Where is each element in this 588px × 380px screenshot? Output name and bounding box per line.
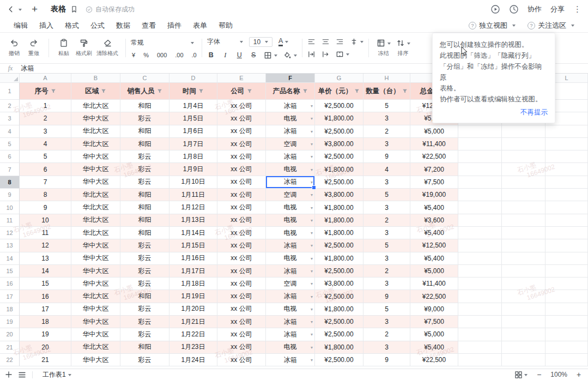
cell-A14[interactable]: 13 <box>20 252 71 265</box>
cell-D21[interactable]: 1月23日 <box>169 341 217 354</box>
filter-icon[interactable] <box>101 88 106 94</box>
cell-B12[interactable]: 华北大区 <box>71 227 120 239</box>
clear-format-button[interactable]: 清除格式 <box>94 33 120 63</box>
cell-L15[interactable] <box>545 265 588 278</box>
cell-E4[interactable]: xx 公司 <box>217 125 266 138</box>
back-dropdown-caret[interactable] <box>19 9 22 13</box>
dropdown-arrow-icon[interactable]: ▾ <box>311 294 313 299</box>
cell-L17[interactable] <box>545 290 588 303</box>
number-format-select[interactable]: 常规 <box>131 38 194 47</box>
row-header-18[interactable]: 18 <box>0 303 20 316</box>
cell-F6[interactable]: 冰箱▾ <box>266 150 315 163</box>
cell-D18[interactable]: 1月20日 <box>169 303 217 316</box>
cell-D19[interactable]: 1月21日 <box>169 316 217 328</box>
cell-J8[interactable] <box>458 176 502 189</box>
cell-I5[interactable]: ¥11,400 <box>410 138 458 150</box>
cell-F14[interactable]: 电视▾ <box>266 252 315 265</box>
cell-L16[interactable] <box>545 278 588 290</box>
row-header-10[interactable]: 10 <box>0 201 20 214</box>
cell-C5[interactable]: 和阳 <box>120 138 169 150</box>
cell-H3[interactable]: 3 <box>363 112 410 125</box>
cell-H16[interactable]: 3 <box>363 278 410 290</box>
cell-D8[interactable]: 1月10日 <box>169 176 217 189</box>
header-cell-G[interactable]: 单价（元） <box>315 83 363 100</box>
cell-K9[interactable] <box>502 189 545 201</box>
cell-K4[interactable] <box>502 125 545 138</box>
cell-J21[interactable] <box>458 341 502 354</box>
cell-G19[interactable]: ¥2,500.00 <box>315 316 363 328</box>
underline-button[interactable]: U <box>235 51 244 59</box>
filter-icon[interactable] <box>157 88 162 94</box>
cell-I20[interactable]: ¥5,000 <box>410 328 458 341</box>
menu-edit[interactable]: 编辑 <box>14 21 28 31</box>
cell-G18[interactable]: ¥1,800.00 <box>315 303 363 316</box>
cell-F8[interactable]: 冰箱▾ <box>266 176 315 189</box>
row-header-14[interactable]: 14 <box>0 252 20 265</box>
cell-K14[interactable] <box>502 252 545 265</box>
cell-E3[interactable]: xx 公司 <box>217 112 266 125</box>
cell-B8[interactable]: 华中大区 <box>71 176 120 189</box>
font-family-select[interactable]: 字体 <box>207 37 243 46</box>
align-right-button[interactable] <box>336 38 344 46</box>
row-header-15[interactable]: 15 <box>0 265 20 278</box>
cell-I17[interactable]: ¥22,500 <box>410 290 458 303</box>
menu-format[interactable]: 格式 <box>65 21 79 31</box>
cell-B11[interactable]: 华北大区 <box>71 214 120 227</box>
cell-F12[interactable]: 电视▾ <box>266 227 315 239</box>
row-header-8[interactable]: 8 <box>0 176 20 189</box>
cell-B16[interactable]: 华中大区 <box>71 278 120 290</box>
dropdown-arrow-icon[interactable]: ▾ <box>311 345 313 349</box>
cell-L14[interactable] <box>545 252 588 265</box>
row-header-4[interactable]: 4 <box>0 125 20 138</box>
cell-A2[interactable]: 1 <box>20 100 71 112</box>
format-painter-button[interactable]: 格式刷 <box>74 33 94 63</box>
present-button[interactable] <box>490 4 500 14</box>
dropdown-arrow-icon[interactable]: ▾ <box>311 116 313 121</box>
cell-E10[interactable]: xx 公司 <box>217 201 266 214</box>
cell-L20[interactable] <box>545 328 588 341</box>
cell-H14[interactable]: 3 <box>363 252 410 265</box>
cell-G2[interactable]: ¥2,500.00 <box>315 100 363 112</box>
cell-E16[interactable]: xx 公司 <box>217 278 266 290</box>
cell-E20[interactable]: xx 公司 <box>217 328 266 341</box>
cell-A10[interactable]: 9 <box>20 201 71 214</box>
cell-K13[interactable] <box>502 239 545 252</box>
header-cell-E[interactable]: 公司 <box>217 83 266 100</box>
align-left-button[interactable] <box>307 38 316 46</box>
tooltip-dismiss-link[interactable]: 不再提示 <box>440 107 548 118</box>
cell-D14[interactable]: 1月16日 <box>169 252 217 265</box>
font-color-button[interactable]: A <box>278 38 288 46</box>
cell-C20[interactable]: 彩云 <box>120 328 169 341</box>
cell-B15[interactable]: 华中大区 <box>71 265 120 278</box>
cell-G3[interactable]: ¥1,800.00 <box>315 112 363 125</box>
filter-icon[interactable] <box>198 88 204 94</box>
cell-B14[interactable]: 华中大区 <box>71 252 120 265</box>
header-cell-D[interactable]: 时间 <box>169 83 217 100</box>
cell-G10[interactable]: ¥1,800.00 <box>315 201 363 214</box>
cell-E12[interactable]: xx 公司 <box>217 227 266 239</box>
share-button[interactable]: 分享 <box>550 4 565 14</box>
cell-I6[interactable]: ¥22,500 <box>410 150 458 163</box>
cell-G13[interactable]: ¥2,500.00 <box>315 239 363 252</box>
row-header-16[interactable]: 16 <box>0 278 20 290</box>
cell-E13[interactable]: xx 公司 <box>217 239 266 252</box>
cell-C21[interactable]: 和阳 <box>120 341 169 354</box>
cell-E6[interactable]: xx 公司 <box>217 150 266 163</box>
cell-I14[interactable]: ¥5,400 <box>410 252 458 265</box>
sheet-list-button[interactable] <box>19 372 26 378</box>
cell-I22[interactable]: ¥22,500 <box>410 354 458 366</box>
freeze-button[interactable]: 冻结 <box>374 33 393 63</box>
cell-D12[interactable]: 1月14日 <box>169 227 217 239</box>
paste-button[interactable]: 粘贴 <box>54 33 74 63</box>
cell-G4[interactable]: ¥2,500.00 <box>315 125 363 138</box>
column-header-D[interactable]: D <box>169 74 217 83</box>
cell-A19[interactable]: 18 <box>20 316 71 328</box>
decrease-decimals-button[interactable]: .0 <box>192 52 197 58</box>
cell-J9[interactable] <box>458 189 502 201</box>
cell-D2[interactable]: 1月4日 <box>169 100 217 112</box>
cell-H15[interactable]: 2 <box>363 265 410 278</box>
row-header-5[interactable]: 5 <box>0 138 20 150</box>
add-sheet-button[interactable] <box>5 371 12 378</box>
dropdown-arrow-icon[interactable]: ▾ <box>311 243 313 248</box>
text-rotation-button[interactable] <box>350 38 363 46</box>
